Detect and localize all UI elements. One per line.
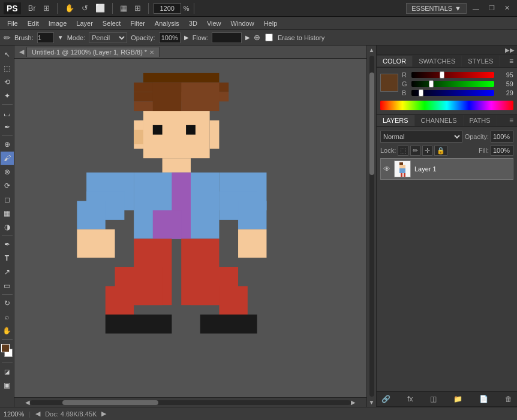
transform-icon[interactable]: ⬜ bbox=[93, 2, 107, 14]
color-panel-menu[interactable]: ≡ bbox=[506, 55, 517, 67]
menu-view[interactable]: View bbox=[202, 19, 226, 28]
mode-select[interactable]: Pencil Normal Dissolve bbox=[89, 32, 127, 43]
quick-mask-btn[interactable]: ◪ bbox=[1, 365, 14, 378]
layer-item[interactable]: 👁 Layer 1 bbox=[380, 158, 513, 180]
mini-bridge-btn[interactable]: ⊞ bbox=[41, 2, 52, 14]
airbrush-icon[interactable]: ⊕ bbox=[254, 33, 260, 42]
g-thumb[interactable] bbox=[429, 80, 434, 87]
lock-pixels-btn[interactable]: ✏ bbox=[410, 146, 420, 156]
tab-color[interactable]: COLOR bbox=[377, 56, 413, 67]
tab-channels[interactable]: CHANNELS bbox=[415, 115, 464, 126]
lock-all-btn[interactable]: 🔒 bbox=[434, 146, 447, 156]
r-slider[interactable] bbox=[411, 72, 494, 78]
layer-visibility-btn[interactable]: 👁 bbox=[383, 165, 390, 173]
menu-analysis[interactable]: Analysis bbox=[150, 19, 184, 28]
menu-edit[interactable]: Edit bbox=[23, 19, 44, 28]
lasso-tool[interactable]: ⟲ bbox=[1, 75, 14, 89]
scroll-right-arrow[interactable]: ▶ bbox=[351, 399, 356, 406]
gradient-tool[interactable]: ▦ bbox=[1, 207, 14, 220]
delete-layer-btn[interactable]: 🗑 bbox=[503, 394, 515, 404]
canvas-scrollbar-h[interactable]: ◀ ▶ bbox=[14, 397, 366, 407]
scroll-thumb-v[interactable] bbox=[369, 72, 374, 175]
panel-collapse-btn[interactable]: ◀ bbox=[17, 48, 26, 56]
brush-size-arrow[interactable]: ▼ bbox=[58, 34, 64, 41]
hand-tool[interactable]: ✋ bbox=[1, 324, 14, 337]
eraser-tool[interactable]: ◻ bbox=[1, 193, 14, 206]
rotate-icon[interactable]: ↺ bbox=[79, 2, 91, 14]
scroll-track-h[interactable] bbox=[30, 400, 351, 405]
lock-position-btn[interactable]: ✛ bbox=[422, 146, 432, 156]
b-thumb[interactable] bbox=[419, 89, 423, 96]
r-thumb[interactable] bbox=[440, 71, 444, 78]
b-slider[interactable] bbox=[411, 90, 494, 96]
canvas-tab[interactable]: Untitled-1 @ 1200% (Layer 1, RGB/8) * ✕ bbox=[26, 47, 160, 57]
status-arrow-right[interactable]: ▶ bbox=[101, 410, 106, 418]
opacity-input[interactable] bbox=[159, 32, 181, 43]
layout-icon[interactable]: ▦ bbox=[118, 2, 130, 14]
quick-select-tool[interactable]: ✦ bbox=[1, 89, 14, 102]
tab-swatches[interactable]: SWATCHES bbox=[413, 56, 462, 67]
spot-heal-tool[interactable]: ⊕ bbox=[1, 138, 14, 151]
zoom-tool[interactable]: ⌕ bbox=[1, 310, 14, 324]
screen-mode-btn[interactable]: ▣ bbox=[1, 379, 14, 392]
clone-tool[interactable]: ⊗ bbox=[1, 165, 14, 179]
dodge-tool[interactable]: ◑ bbox=[1, 220, 14, 234]
shape-tool[interactable]: ▭ bbox=[1, 279, 14, 292]
menu-3d[interactable]: 3D bbox=[184, 19, 202, 28]
arrange-icon[interactable]: ⊞ bbox=[132, 2, 143, 14]
menu-help[interactable]: Help bbox=[259, 19, 282, 28]
scroll-track-v[interactable] bbox=[369, 56, 374, 397]
color-preview-swatch[interactable] bbox=[380, 74, 398, 92]
history-tool[interactable]: ⟳ bbox=[1, 179, 14, 192]
restore-btn[interactable]: ❐ bbox=[485, 3, 498, 13]
canvas-scrollbar-v[interactable]: ▲ ▼ bbox=[366, 46, 376, 407]
flow-input[interactable] bbox=[212, 32, 242, 43]
scroll-up-arrow[interactable]: ▲ bbox=[368, 46, 376, 55]
opacity-value[interactable] bbox=[491, 131, 513, 143]
3d-rotate-tool[interactable]: ↻ bbox=[1, 297, 14, 310]
pixel-art-canvas[interactable] bbox=[47, 68, 335, 362]
minimize-btn[interactable]: — bbox=[469, 4, 483, 13]
move-icon[interactable]: ✋ bbox=[62, 2, 77, 14]
new-layer-btn[interactable]: 📄 bbox=[477, 394, 491, 404]
menu-window[interactable]: Window bbox=[226, 19, 259, 28]
brush-size-input[interactable] bbox=[37, 32, 54, 43]
tab-styles[interactable]: STYLES bbox=[462, 56, 500, 67]
layers-panel-menu[interactable]: ≡ bbox=[506, 114, 517, 126]
menu-file[interactable]: File bbox=[2, 19, 23, 28]
text-tool[interactable]: T bbox=[1, 252, 14, 265]
crop-tool[interactable]: ⌞⌟ bbox=[1, 107, 14, 120]
tab-layers[interactable]: LAYERS bbox=[377, 115, 415, 126]
pen-tool[interactable]: ✒ bbox=[1, 238, 14, 251]
menu-layer[interactable]: Layer bbox=[71, 19, 98, 28]
erase-history-checkbox[interactable] bbox=[265, 34, 273, 41]
menu-image[interactable]: Image bbox=[44, 19, 72, 28]
blend-mode-select[interactable]: Normal Multiply Screen bbox=[380, 131, 462, 143]
move-tool[interactable]: ↖ bbox=[1, 48, 14, 61]
add-style-btn[interactable]: fx bbox=[405, 394, 415, 404]
eyedropper-tool[interactable]: ✒ bbox=[1, 120, 14, 134]
add-mask-btn[interactable]: ◫ bbox=[428, 394, 439, 404]
tool-preset-icon[interactable]: ✏ bbox=[4, 33, 11, 43]
color-spectrum[interactable] bbox=[380, 101, 513, 110]
brush-tool[interactable]: 🖌 bbox=[1, 152, 14, 165]
right-panel-collapse[interactable]: ▶▶ bbox=[505, 47, 515, 53]
fg-color-swatch[interactable] bbox=[1, 344, 10, 352]
link-layers-btn[interactable]: 🔗 bbox=[379, 394, 393, 404]
bridge-btn[interactable]: Br bbox=[26, 2, 38, 14]
menu-filter[interactable]: Filter bbox=[125, 19, 149, 28]
fill-value[interactable] bbox=[491, 145, 513, 156]
scroll-thumb-h[interactable] bbox=[62, 400, 159, 405]
canvas-tab-close[interactable]: ✕ bbox=[149, 49, 154, 56]
opacity-arrow[interactable]: ▶ bbox=[184, 34, 189, 41]
close-btn[interactable]: ✕ bbox=[501, 3, 513, 13]
lock-transparent-btn[interactable]: ⬚ bbox=[398, 146, 408, 156]
zoom-input[interactable] bbox=[154, 3, 181, 14]
essentials-btn[interactable]: ESSENTIALS ▼ bbox=[406, 3, 467, 14]
status-arrow-left[interactable]: ◀ bbox=[35, 410, 40, 418]
scroll-down-arrow[interactable]: ▼ bbox=[368, 398, 376, 407]
marquee-tool[interactable]: ⬚ bbox=[1, 62, 14, 75]
tab-paths[interactable]: PATHS bbox=[464, 115, 497, 126]
path-select-tool[interactable]: ↗ bbox=[1, 265, 14, 279]
scroll-left-arrow[interactable]: ◀ bbox=[25, 399, 30, 406]
